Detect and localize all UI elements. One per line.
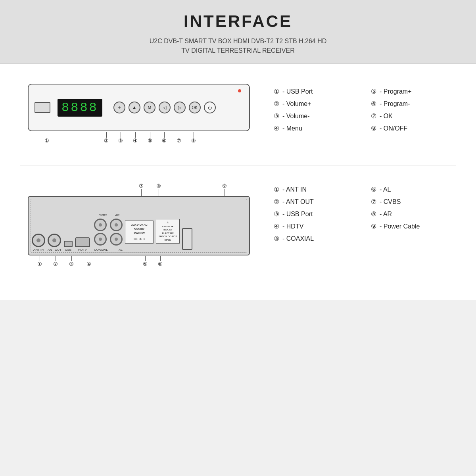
main-content: 8888 + ▲ M ◁ ▷ OK ⏻ ① xyxy=(0,64,476,300)
rear-callout-3: ③ xyxy=(69,256,74,267)
rear-callout-above-9: ⑨ xyxy=(222,183,227,196)
rear-legend-num-2: ② xyxy=(274,198,279,205)
rear-legend-label-1: - ANT IN xyxy=(282,186,307,193)
rear-callout-1: ① xyxy=(37,256,42,267)
coaxial-label: COAXIAL xyxy=(94,248,108,251)
rear-legend-num-9: ⑨ xyxy=(371,223,376,230)
rear-panel-box: ANT IN ANT OUT USB HDTV xyxy=(28,196,250,255)
usb-port-front xyxy=(35,102,50,113)
legend-label-2: - Volume+ xyxy=(282,100,311,107)
section-divider xyxy=(20,165,456,166)
rear-legend-item-6: ⑥ - AL xyxy=(371,186,456,193)
ar-top-label: AR xyxy=(115,213,119,217)
callout-1: ① xyxy=(44,132,49,144)
front-panel-diagram: 8888 + ▲ M ◁ ▷ OK ⏻ ① xyxy=(20,84,258,150)
hdtv-connector xyxy=(75,237,90,247)
button-power[interactable]: ⏻ xyxy=(204,102,216,113)
legend-label-7: - OK xyxy=(380,113,393,120)
legend-item-1: ① - USB Port xyxy=(274,88,359,95)
rear-legend-label-3: - USB Port xyxy=(282,211,313,218)
ant-out-connector xyxy=(48,234,61,247)
rear-legend-num-8: ⑧ xyxy=(371,210,376,218)
rear-legend-item-3: ③ - USB Port xyxy=(274,210,359,218)
coaxial-al-connectors xyxy=(94,233,123,246)
button-menu[interactable]: M xyxy=(144,102,155,113)
cvbs-top-label: CVBS xyxy=(99,213,107,217)
rear-above-callouts: ⑦ ⑧ ⑨ xyxy=(28,182,250,196)
ant-in-label: ANT IN xyxy=(33,248,44,251)
port-ant-out: ANT OUT xyxy=(48,234,61,251)
rear-legend-item-7: ⑦ - CVBS xyxy=(371,198,456,205)
rear-legend-label-5: - COAXIAL xyxy=(282,235,314,242)
cvbs-connector xyxy=(94,219,107,231)
rear-panel-legend: ① - ANT IN ⑥ - AL ② - ANT OUT ⑦ - CVBS ③ xyxy=(258,182,456,242)
rear-legend-label-6: - AL xyxy=(380,186,391,193)
voltage-text: 100-240V AC xyxy=(127,223,152,227)
subtitle-line2: TV DIGITAL TERRESTRIAL RECEIVER xyxy=(8,46,468,56)
legend-num-5: ⑤ xyxy=(371,88,376,95)
rear-legend-item-9: ⑨ - Power Cable xyxy=(371,223,456,230)
legend-item-4: ④ - Menu xyxy=(274,125,359,132)
rear-ports-row: ANT IN ANT OUT USB HDTV xyxy=(32,213,246,251)
rear-legend-item-2: ② - ANT OUT xyxy=(274,198,359,205)
cvbs-ar-labels-top: CVBS AR xyxy=(96,213,123,217)
rear-callout-above-7: ⑦ xyxy=(139,183,144,196)
legend-num-6: ⑥ xyxy=(371,100,376,107)
hz-text: 50/60Hz xyxy=(127,227,152,232)
legend-label-5: - Program+ xyxy=(380,88,411,95)
coaxial-connector xyxy=(94,233,107,246)
callout-8: ⑧ xyxy=(191,132,196,144)
rear-legend-item-8: ⑧ - AR xyxy=(371,210,456,218)
rear-legend-grid: ① - ANT IN ⑥ - AL ② - ANT OUT ⑦ - CVBS ③ xyxy=(274,186,456,242)
info-compliance-box: 100-240V AC 50/60Hz MAX:8W CE ♻ □ xyxy=(125,221,154,244)
al-connector xyxy=(110,233,123,246)
rear-legend-num-5: ⑤ xyxy=(274,235,279,242)
rear-legend-num-6: ⑥ xyxy=(371,186,376,193)
caution-triangle: ⚠ xyxy=(157,221,178,224)
legend-label-3: - Volume- xyxy=(282,113,309,120)
power-connector xyxy=(182,228,192,250)
legend-num-3: ③ xyxy=(274,112,279,120)
button-ok[interactable]: OK xyxy=(189,102,201,113)
rear-callout-row: ① ② ③ ④ xyxy=(28,256,250,272)
ant-out-label: ANT OUT xyxy=(48,248,61,251)
callout-3: ③ xyxy=(118,132,123,144)
legend-num-1: ① xyxy=(274,88,279,95)
buttons-group: + ▲ M ◁ ▷ OK ⏻ xyxy=(113,102,216,113)
coaxial-al-labels: COAXIAL AL xyxy=(94,247,123,251)
button-left[interactable]: ◁ xyxy=(159,102,171,113)
legend-label-6: - Program- xyxy=(380,100,410,107)
front-panel-legend: ① - USB Port ⑤ - Program+ ② - Volume+ ⑥ … xyxy=(258,84,456,132)
callout-5: ⑤ xyxy=(148,132,152,144)
rear-legend-num-1: ① xyxy=(274,186,279,193)
button-up[interactable]: ▲ xyxy=(129,102,140,113)
legend-item-3: ③ - Volume- xyxy=(274,112,359,120)
rear-legend-item-4: ④ - HDTV xyxy=(274,223,359,230)
rear-legend-num-3: ③ xyxy=(274,210,279,218)
button-plus[interactable]: + xyxy=(113,102,125,113)
legend-num-4: ④ xyxy=(274,125,279,132)
port-ant-in: ANT IN xyxy=(32,234,45,251)
rear-callout-above-8: ⑧ xyxy=(156,183,161,196)
rear-legend-label-2: - ANT OUT xyxy=(282,198,314,205)
page-title: INTERFACE xyxy=(8,12,468,31)
rohs-icon: ♻ xyxy=(139,237,142,242)
front-panel-section: 8888 + ▲ M ◁ ▷ OK ⏻ ① xyxy=(20,76,456,150)
squarebox-icon: □ xyxy=(143,237,145,242)
rear-callout-6: ⑥ xyxy=(158,256,163,267)
caution-desc: RISK OF ELECTRIC SHOCK DO NOT OPEN xyxy=(157,228,178,242)
rear-legend-item-1: ① - ANT IN xyxy=(274,186,359,193)
caution-title: CAUTION xyxy=(157,225,178,228)
front-callout-row: ① ② ③ ④ xyxy=(28,132,250,150)
al-label: AL xyxy=(119,248,123,251)
power-led xyxy=(238,89,241,92)
legend-num-2: ② xyxy=(274,100,279,107)
legend-item-2: ② - Volume+ xyxy=(274,100,359,107)
rear-legend-num-7: ⑦ xyxy=(371,198,376,205)
header: INTERFACE U2C DVB-T SMART TV BOX HDMI DV… xyxy=(0,0,476,64)
callout-6: ⑥ xyxy=(162,132,167,144)
button-right[interactable]: ▷ xyxy=(174,102,186,113)
front-panel-box: 8888 + ▲ M ◁ ▷ OK ⏻ xyxy=(28,84,250,131)
rear-legend-num-4: ④ xyxy=(274,223,279,230)
callout-7: ⑦ xyxy=(177,132,181,144)
